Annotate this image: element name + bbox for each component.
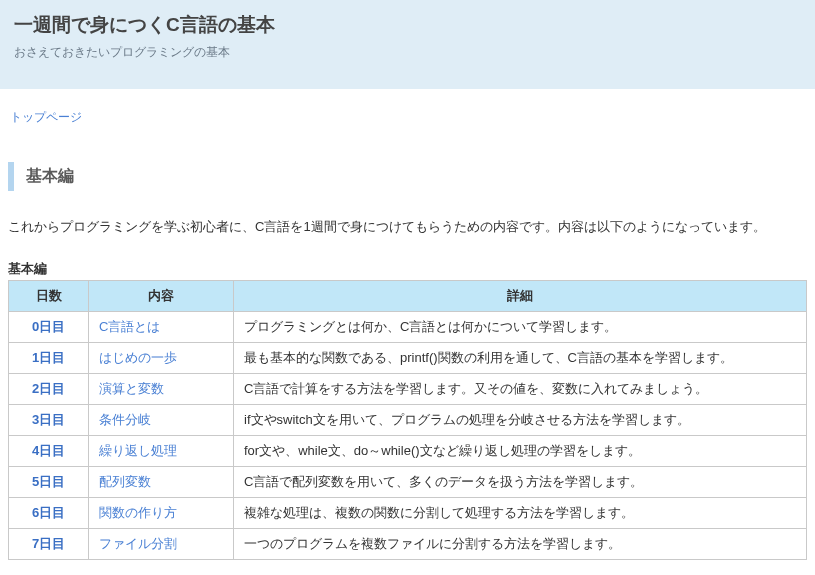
lesson-detail: if文やswitch文を用いて、プログラムの処理を分岐させる方法を学習します。 (234, 404, 807, 435)
table-header-row: 日数 内容 詳細 (9, 280, 807, 311)
lesson-day: 0日目 (9, 311, 89, 342)
lesson-topic-link[interactable]: はじめの一歩 (99, 350, 177, 365)
page-title: 一週間で身につくC言語の基本 (14, 12, 801, 38)
breadcrumb-top-link[interactable]: トップページ (10, 110, 82, 124)
page-content: トップページ 基本編 これからプログラミングを学ぶ初心者に、C言語を1週間で身に… (0, 89, 815, 575)
table-caption: 基本編 (8, 260, 807, 278)
table-header-day: 日数 (9, 280, 89, 311)
table-row: 6日目関数の作り方複雑な処理は、複数の関数に分割して処理する方法を学習します。 (9, 497, 807, 528)
lesson-detail: プログラミングとは何か、C言語とは何かについて学習します。 (234, 311, 807, 342)
page-subtitle: おさえておきたいプログラミングの基本 (14, 44, 801, 61)
table-row: 3日目条件分岐if文やswitch文を用いて、プログラムの処理を分岐させる方法を… (9, 404, 807, 435)
lesson-topic-cell: 関数の作り方 (89, 497, 234, 528)
lesson-day: 2日目 (9, 373, 89, 404)
lesson-topic-cell: C言語とは (89, 311, 234, 342)
lesson-detail: C言語で配列変数を用いて、多くのデータを扱う方法を学習します。 (234, 466, 807, 497)
page-header: 一週間で身につくC言語の基本 おさえておきたいプログラミングの基本 (0, 0, 815, 89)
lesson-day: 5日目 (9, 466, 89, 497)
table-row: 5日目配列変数C言語で配列変数を用いて、多くのデータを扱う方法を学習します。 (9, 466, 807, 497)
lesson-day: 6日目 (9, 497, 89, 528)
lesson-topic-link[interactable]: 繰り返し処理 (99, 443, 177, 458)
table-row: 7日目ファイル分割一つのプログラムを複数ファイルに分割する方法を学習します。 (9, 528, 807, 559)
breadcrumb: トップページ (10, 109, 807, 126)
lesson-topic-link[interactable]: ファイル分割 (99, 536, 177, 551)
lesson-topic-cell: ファイル分割 (89, 528, 234, 559)
table-row: 1日目はじめの一歩最も基本的な関数である、printf()関数の利用を通して、C… (9, 342, 807, 373)
lesson-topic-link[interactable]: C言語とは (99, 319, 160, 334)
lesson-topic-cell: 演算と変数 (89, 373, 234, 404)
lesson-detail: C言語で計算をする方法を学習します。又その値を、変数に入れてみましょう。 (234, 373, 807, 404)
section-title: 基本編 (8, 162, 807, 191)
lesson-detail: 複雑な処理は、複数の関数に分割して処理する方法を学習します。 (234, 497, 807, 528)
section-intro: これからプログラミングを学ぶ初心者に、C言語を1週間で身につけてもらうための内容… (8, 217, 807, 238)
table-row: 2日目演算と変数C言語で計算をする方法を学習します。又その値を、変数に入れてみま… (9, 373, 807, 404)
lesson-detail: 最も基本的な関数である、printf()関数の利用を通して、C言語の基本を学習し… (234, 342, 807, 373)
lesson-topic-cell: 条件分岐 (89, 404, 234, 435)
lesson-day: 3日目 (9, 404, 89, 435)
lessons-table: 日数 内容 詳細 0日目C言語とはプログラミングとは何か、C言語とは何かについて… (8, 280, 807, 560)
table-header-detail: 詳細 (234, 280, 807, 311)
lesson-topic-cell: 繰り返し処理 (89, 435, 234, 466)
lesson-detail: for文や、while文、do～while()文など繰り返し処理の学習をします。 (234, 435, 807, 466)
lesson-topic-link[interactable]: 演算と変数 (99, 381, 164, 396)
lesson-day: 7日目 (9, 528, 89, 559)
lesson-topic-cell: はじめの一歩 (89, 342, 234, 373)
table-row: 4日目繰り返し処理for文や、while文、do～while()文など繰り返し処… (9, 435, 807, 466)
lesson-day: 4日目 (9, 435, 89, 466)
table-header-topic: 内容 (89, 280, 234, 311)
lesson-topic-link[interactable]: 配列変数 (99, 474, 151, 489)
lesson-detail: 一つのプログラムを複数ファイルに分割する方法を学習します。 (234, 528, 807, 559)
lesson-topic-link[interactable]: 関数の作り方 (99, 505, 177, 520)
lesson-day: 1日目 (9, 342, 89, 373)
table-row: 0日目C言語とはプログラミングとは何か、C言語とは何かについて学習します。 (9, 311, 807, 342)
lesson-topic-cell: 配列変数 (89, 466, 234, 497)
lesson-topic-link[interactable]: 条件分岐 (99, 412, 151, 427)
